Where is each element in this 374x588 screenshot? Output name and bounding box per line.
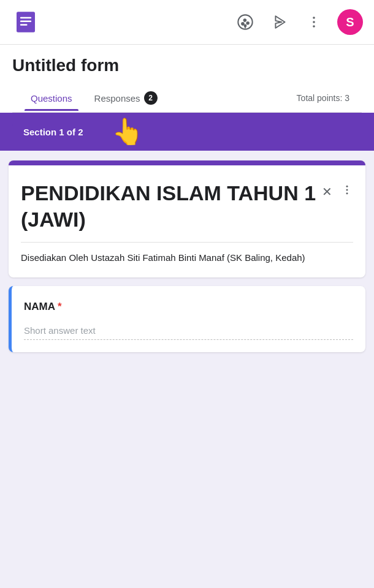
more-vert-icon[interactable]: [341, 184, 353, 199]
svg-point-10: [313, 21, 315, 23]
svg-rect-3: [20, 24, 28, 26]
close-icon[interactable]: ✕: [322, 184, 332, 199]
svg-rect-2: [20, 21, 31, 23]
tab-questions[interactable]: Questions: [25, 86, 78, 111]
total-points: Total points: 3: [297, 86, 349, 110]
svg-point-5: [242, 23, 244, 24]
svg-point-13: [346, 189, 348, 191]
question-card-nama: NAMA* Short answer text: [9, 286, 365, 352]
responses-tab-content: Responses 2: [94, 91, 158, 105]
section-banner: Section 1 of 2 👆: [0, 113, 374, 151]
responses-label: Responses: [94, 93, 140, 104]
card-description: Disediakan Oleh Ustazah Siti Fatimah Bin…: [21, 242, 353, 265]
svg-point-11: [313, 25, 315, 28]
question-label: NAMA*: [24, 301, 353, 313]
header-left: [11, 7, 40, 37]
app-header: S: [0, 0, 374, 45]
user-avatar[interactable]: S: [337, 9, 363, 35]
svg-point-9: [313, 17, 315, 19]
svg-point-6: [244, 19, 246, 21]
svg-point-14: [346, 192, 348, 194]
palette-button[interactable]: [234, 11, 256, 33]
app-icon-button[interactable]: [11, 7, 40, 37]
header-right: S: [234, 9, 363, 35]
more-options-button[interactable]: [304, 12, 324, 32]
svg-rect-1: [20, 17, 31, 19]
form-title: Untitled form: [12, 56, 362, 84]
send-button[interactable]: [270, 12, 291, 32]
svg-point-12: [346, 186, 348, 187]
form-title-card: PENDIDIKAN ISLAM TAHUN 1 (JAWI) ✕ Disedi…: [9, 160, 365, 277]
tab-responses[interactable]: Responses 2: [88, 84, 164, 112]
card-header: PENDIDIKAN ISLAM TAHUN 1 (JAWI) ✕: [21, 180, 353, 232]
svg-point-7: [246, 22, 249, 24]
short-answer-hint: Short answer text: [24, 325, 353, 340]
pointing-hand-icon: 👆: [112, 119, 143, 145]
svg-marker-8: [275, 16, 284, 28]
content-area: PENDIDIKAN ISLAM TAHUN 1 (JAWI) ✕ Disedi…: [0, 151, 374, 371]
title-area: Untitled form Questions Responses 2 Tota…: [0, 45, 374, 113]
card-actions: ✕: [322, 180, 353, 199]
tabs-bar: Questions Responses 2 Total points: 3: [12, 84, 362, 113]
section-label: Section 1 of 2: [12, 122, 94, 142]
responses-badge: 2: [144, 91, 158, 105]
required-star: *: [58, 301, 62, 312]
card-main-title: PENDIDIKAN ISLAM TAHUN 1 (JAWI): [21, 180, 322, 232]
